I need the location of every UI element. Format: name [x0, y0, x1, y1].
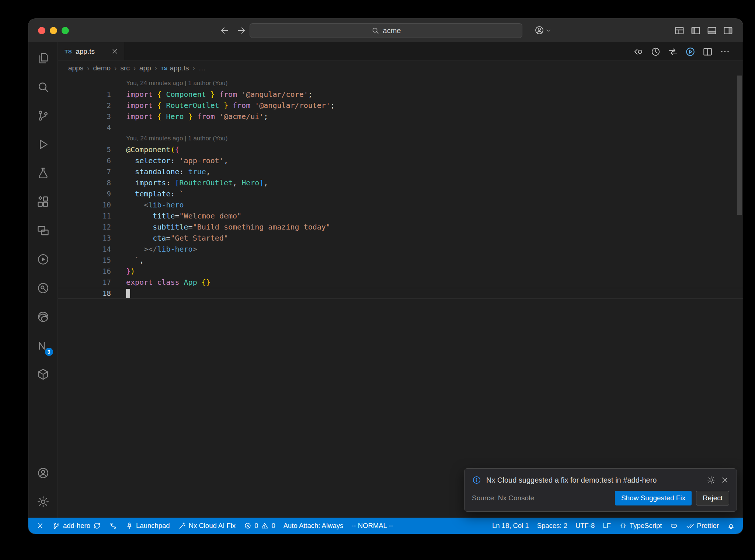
activity-bar-item-containers[interactable]	[28, 360, 58, 389]
search-value: acme	[383, 27, 401, 35]
statusbar-notifications-bell[interactable]	[723, 518, 739, 534]
statusbar-encoding[interactable]: UTF-8	[571, 518, 599, 534]
braces-icon: {}	[619, 522, 627, 530]
remote-icon	[36, 522, 44, 530]
breadcrumb-separator: ›	[155, 64, 157, 72]
code-text: })	[126, 266, 743, 277]
editor-actions	[633, 42, 730, 61]
code-line-18: 18	[58, 288, 743, 299]
activity-bar-item-run-and-debug[interactable]	[28, 130, 58, 159]
statusbar-nx-cloud-ai-fix[interactable]: Nx Cloud AI Fix	[174, 518, 240, 534]
line-number: 5	[58, 144, 111, 155]
editor[interactable]: You, 24 minutes ago | 1 author (You)1imp…	[58, 76, 743, 518]
blame-annotation: You, 24 minutes ago | 1 author (You)	[58, 133, 743, 144]
code-line-6: 6 selector: 'app-root',	[58, 155, 743, 166]
breadcrumb-item-demo[interactable]: demo	[93, 64, 111, 72]
edge-tools-icon	[36, 310, 50, 323]
file-history-icon[interactable]	[650, 46, 661, 57]
split-editor-icon[interactable]	[702, 46, 713, 57]
account-icon	[534, 25, 544, 35]
code-line-2: 2import { RouterOutlet } from '@angular/…	[58, 100, 743, 111]
code-line-14: 14 ></lib-hero>	[58, 244, 743, 255]
editor-cursor	[126, 289, 130, 298]
open-changes-icon[interactable]	[668, 46, 678, 57]
line-number: 12	[58, 221, 111, 232]
notification-close-icon[interactable]	[720, 476, 729, 484]
toggle-secondary-sidebar-button[interactable]	[723, 25, 733, 36]
line-number: 16	[58, 266, 111, 277]
activity-bar-item-explorer[interactable]	[28, 44, 58, 73]
line-number: 8	[58, 177, 111, 188]
statusbar-formatter-prettier[interactable]: Prettier	[682, 518, 723, 534]
line-number: 6	[58, 155, 111, 166]
search-icon	[36, 80, 50, 94]
tab-close-icon[interactable]	[111, 48, 119, 55]
activity-bar-item-code-inspect[interactable]	[28, 274, 58, 302]
statusbar-language-mode[interactable]: {}TypeScript	[615, 518, 666, 534]
zoom-window-button[interactable]	[62, 27, 69, 34]
explorer-icon	[36, 52, 50, 65]
activity-bar-item-run-targets[interactable]	[28, 245, 58, 274]
minimize-window-button[interactable]	[50, 27, 57, 34]
activity-bar-item-settings[interactable]	[28, 487, 58, 516]
statusbar-cursor-position[interactable]: Ln 18, Col 1	[488, 518, 533, 534]
breadcrumb-item-src[interactable]: src	[120, 64, 129, 72]
notification-settings-icon[interactable]	[707, 476, 716, 484]
activity-bar-item-search[interactable]	[28, 73, 58, 101]
run-circle-icon	[36, 253, 50, 266]
activity-bar-item-accounts[interactable]	[28, 459, 58, 487]
show-suggested-fix-button[interactable]: Show Suggested Fix	[615, 491, 692, 505]
activity-bar-item-nx-console[interactable]: 3	[28, 331, 58, 360]
warning-icon	[261, 522, 269, 530]
more-actions-icon[interactable]	[720, 46, 730, 57]
breadcrumb-item-app[interactable]: app	[139, 64, 151, 72]
blame-annotation: You, 24 minutes ago | 1 author (You)	[58, 78, 743, 89]
scrollbar-thumb[interactable]	[737, 76, 742, 215]
breadcrumb-separator: ›	[114, 64, 116, 72]
line-number: 13	[58, 232, 111, 244]
code-line-3: 3import { Hero } from '@acme/ui';	[58, 111, 743, 122]
statusbar-vim-mode[interactable]: -- NORMAL --	[347, 518, 397, 534]
toggle-panel-button[interactable]	[707, 25, 717, 36]
command-center-search[interactable]: acme	[250, 23, 522, 38]
statusbar-gitlens-launchpad[interactable]: Launchpad	[121, 518, 174, 534]
code-line-7: 7 standalone: true,	[58, 166, 743, 177]
status-bar-left: add-heroLaunchpadNx Cloud AI Fix00Auto A…	[32, 518, 397, 534]
reject-button[interactable]: Reject	[696, 491, 729, 505]
status-bar-right: Ln 18, Col 1Spaces: 2UTF-8LF{}TypeScript…	[488, 518, 739, 534]
go-forward-button[interactable]	[236, 25, 247, 36]
customize-layout-button[interactable]	[674, 25, 685, 36]
statusbar-auto-attach[interactable]: Auto Attach: Always	[279, 518, 347, 534]
breadcrumb-item-apps[interactable]: apps	[68, 64, 83, 72]
breadcrumb: apps›demo›src›app›TSapp.ts›…	[58, 61, 743, 76]
run-file-icon[interactable]	[685, 46, 696, 57]
go-back-button[interactable]	[219, 25, 230, 36]
activity-bar-item-extensions[interactable]	[28, 188, 58, 216]
typescript-file-icon: TS	[65, 48, 72, 55]
line-number: 17	[58, 277, 111, 288]
activity-bar-item-testing[interactable]	[28, 159, 58, 188]
toggle-primary-sidebar-button[interactable]	[690, 25, 701, 36]
statusbar-git-branch[interactable]: add-hero	[48, 518, 105, 534]
activity-bar-item-edge-tools[interactable]	[28, 302, 58, 331]
code-line-17: 17export class App {}	[58, 277, 743, 288]
code-text: template: `	[126, 188, 743, 199]
statusbar-eol[interactable]: LF	[599, 518, 615, 534]
breadcrumb-item-more[interactable]: …	[199, 64, 206, 72]
breadcrumb-item-app.ts[interactable]: TSapp.ts	[161, 64, 189, 72]
statusbar-copilot[interactable]	[666, 518, 682, 534]
statusbar-commit-graph[interactable]	[105, 518, 121, 534]
tab-app-ts[interactable]: TS app.ts	[58, 42, 124, 60]
toggle-blame-icon[interactable]	[633, 46, 644, 57]
account-button[interactable]	[534, 25, 552, 35]
activity-bar-item-remote-explorer[interactable]	[28, 216, 58, 245]
statusbar-problems[interactable]: 00	[240, 518, 279, 534]
statusbar-indentation[interactable]: Spaces: 2	[533, 518, 571, 534]
code-text: cta="Get Started"	[126, 232, 743, 244]
breadcrumb-separator: ›	[87, 64, 89, 72]
statusbar-remote[interactable]	[32, 518, 48, 534]
code-line-15: 15 `,	[58, 255, 743, 266]
code-text: import { Component } from '@angular/core…	[126, 89, 743, 100]
activity-bar-item-source-control[interactable]	[28, 101, 58, 130]
close-window-button[interactable]	[38, 27, 45, 34]
